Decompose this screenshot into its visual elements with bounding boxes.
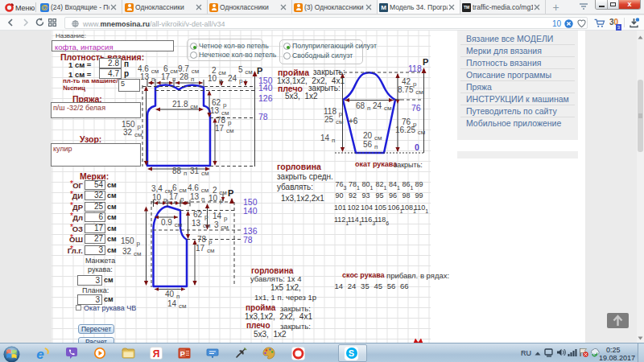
svg-text:e: e: [36, 347, 43, 361]
svg-text:Я: Я: [153, 348, 160, 360]
svg-text:P: P: [180, 350, 185, 358]
